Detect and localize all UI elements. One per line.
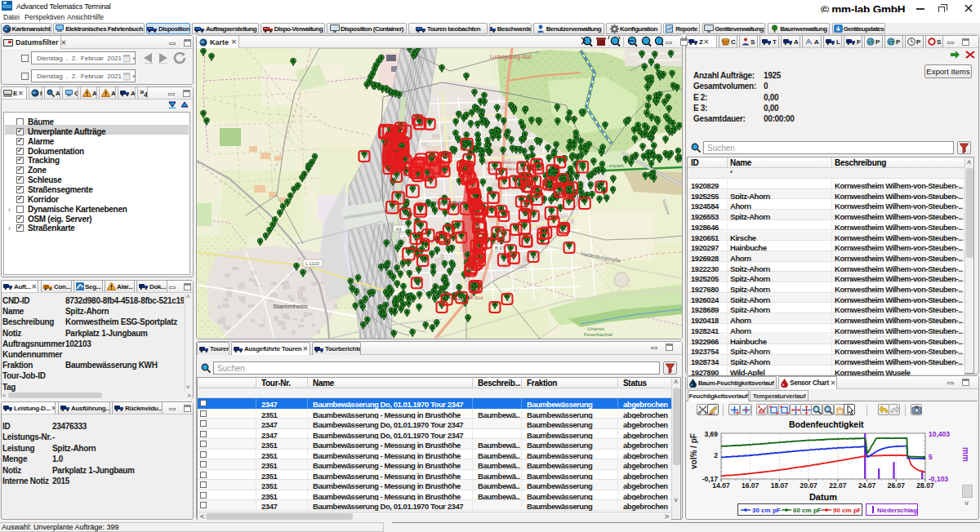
- svg-text:Feuerbachtal: Feuerbachtal: [584, 332, 612, 337]
- svg-text:3,69: 3,69: [704, 430, 718, 438]
- svg-text:20.07: 20.07: [800, 481, 817, 490]
- svg-text:...eitpark: ...eitpark: [605, 163, 625, 168]
- svg-text:5: 5: [929, 453, 933, 461]
- svg-text:Unteres: Unteres: [587, 326, 604, 331]
- svg-text:22.07: 22.07: [829, 481, 847, 490]
- svg-text:60 cm pF: 60 cm pF: [793, 507, 822, 514]
- svg-text:10,403: 10,403: [929, 430, 950, 438]
- svg-text:18.07: 18.07: [771, 481, 789, 490]
- svg-text:Ludwigsburg-Süd: Ludwigsburg-Süd: [490, 54, 532, 60]
- svg-text:-0,103: -0,103: [929, 475, 948, 483]
- svg-text:2: 2: [714, 451, 718, 459]
- svg-text:L 1110: L 1110: [305, 261, 319, 266]
- svg-text:90 cm pF: 90 cm pF: [833, 507, 860, 514]
- svg-text:-0,17: -0,17: [702, 475, 719, 483]
- svg-text:-43: -43: [394, 227, 401, 232]
- svg-text:24.07: 24.07: [858, 481, 876, 490]
- svg-text:Stammheim: Stammheim: [273, 303, 308, 310]
- svg-text:16.07: 16.07: [742, 481, 760, 490]
- svg-text:B 27: B 27: [495, 246, 505, 250]
- svg-text:Datum: Datum: [809, 492, 837, 502]
- svg-text:30 cm pF: 30 cm pF: [752, 507, 781, 514]
- svg-text:26.07: 26.07: [888, 481, 906, 490]
